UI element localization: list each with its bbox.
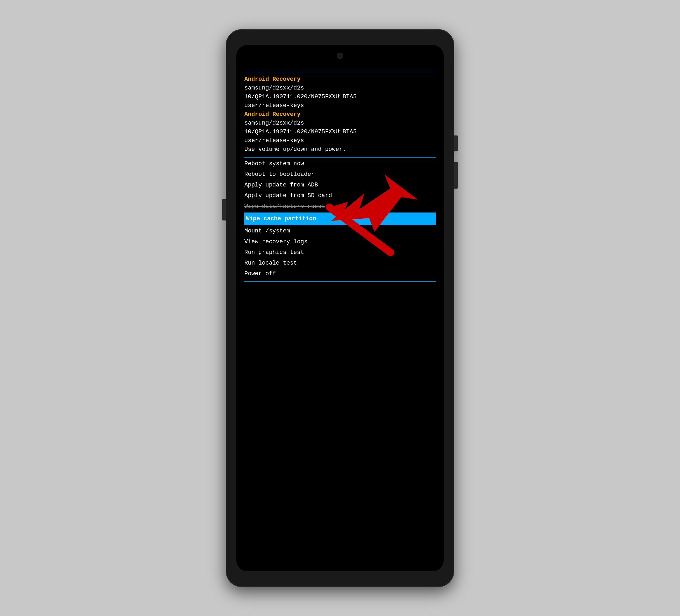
menu-item-label: Mount /system — [244, 226, 290, 236]
menu-item-label: Run graphics test — [244, 247, 304, 258]
camera-dot — [337, 53, 343, 59]
menu-item-view-recovery[interactable]: View recovery logs — [244, 237, 436, 247]
info-line-9: Use volume up/down and power. — [244, 145, 436, 154]
power-button-mid — [454, 162, 458, 189]
menu-item-label: Apply update from SD card — [244, 191, 332, 201]
menu-item-graphics-test[interactable]: Run graphics test — [244, 247, 436, 258]
info-line-6: samsung/d2sxx/d2s — [244, 119, 436, 128]
menu-item-label: Reboot system now — [244, 159, 304, 169]
info-section: Android Recovery samsung/d2sxx/d2s 10/QP… — [244, 72, 436, 156]
menu-item-label: Power off — [244, 269, 276, 279]
info-line-1: Android Recovery — [244, 75, 436, 84]
phone-screen: Android Recovery samsung/d2sxx/d2s 10/QP… — [236, 45, 444, 571]
menu-item-label: Reboot to bootloader — [244, 169, 314, 180]
info-line-5: Android Recovery — [244, 110, 436, 119]
menu-section: Reboot system now Reboot to bootloader A… — [244, 159, 436, 279]
menu-item-reboot-system[interactable]: Reboot system now — [244, 159, 436, 169]
menu-item-wipe-data[interactable]: Wipe data/factory reset — [244, 201, 436, 212]
info-line-2: samsung/d2sxx/d2s — [244, 84, 436, 92]
menu-item-apply-sd[interactable]: Apply update from SD card — [244, 191, 436, 201]
info-line-7: 10/QP1A.190711.020/N975FXXU1BTA5 — [244, 128, 436, 136]
screen-content: Android Recovery samsung/d2sxx/d2s 10/QP… — [236, 66, 444, 571]
menu-item-power-off[interactable]: Power off — [244, 269, 436, 279]
power-button-top — [454, 136, 458, 151]
menu-item-label: View recovery logs — [244, 237, 308, 247]
divider-middle — [244, 157, 436, 158]
phone-device: Android Recovery samsung/d2sxx/d2s 10/QP… — [226, 29, 454, 587]
info-line-4: user/release-keys — [244, 101, 436, 110]
info-line-3: 10/QP1A.190711.020/N975FXXU1BTA5 — [244, 92, 436, 101]
menu-item-reboot-bootloader[interactable]: Reboot to bootloader — [244, 169, 436, 180]
divider-bottom — [244, 281, 436, 282]
menu-item-label: Apply update from ADB — [244, 180, 318, 191]
info-line-8: user/release-keys — [244, 136, 436, 145]
menu-item-mount-system[interactable]: Mount /system — [244, 226, 436, 236]
menu-item-apply-adb[interactable]: Apply update from ADB — [244, 180, 436, 191]
menu-item-label: Run locale test — [244, 258, 297, 269]
volume-button — [222, 199, 226, 221]
menu-item-locale-test[interactable]: Run locale test — [244, 258, 436, 269]
camera-area — [236, 45, 444, 66]
menu-item-wipe-cache[interactable]: Wipe cache partition — [244, 213, 436, 225]
menu-item-label: Wipe data/factory reset — [244, 201, 325, 212]
menu-item-label: Wipe cache partition — [246, 214, 316, 224]
